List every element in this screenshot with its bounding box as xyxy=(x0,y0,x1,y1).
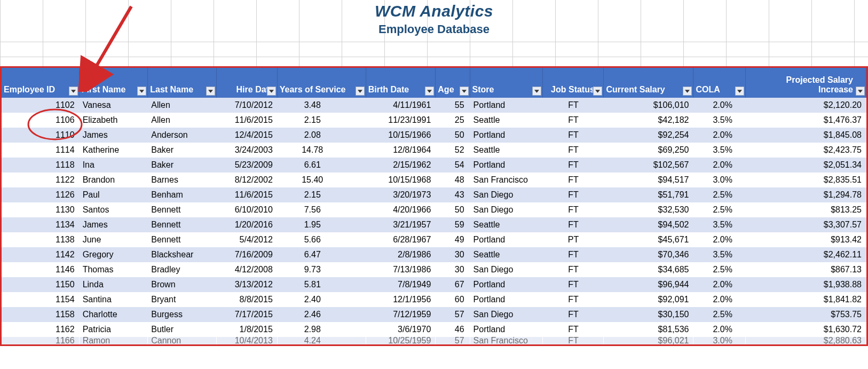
table-row[interactable]: 1138JuneBennett5/4/20125.666/28/196749Po… xyxy=(2,232,866,247)
cell-salary[interactable]: $32,530 xyxy=(604,202,693,217)
cell-inc[interactable]: $1,294.78 xyxy=(745,187,866,202)
cell-status[interactable]: FT xyxy=(543,217,604,232)
col-header-years-of-service[interactable]: Years of Service xyxy=(277,68,366,98)
table-row[interactable]: 1150LindaBrown3/13/20125.817/8/194967Por… xyxy=(2,277,866,292)
filter-dropdown-icon[interactable] xyxy=(206,87,215,96)
cell-last[interactable]: Benham xyxy=(148,187,217,202)
cell-salary[interactable]: $42,182 xyxy=(604,113,693,128)
filter-dropdown-icon[interactable] xyxy=(683,87,692,96)
cell-cola[interactable]: 2.0% xyxy=(693,158,745,172)
cell-salary[interactable]: $81,536 xyxy=(604,322,693,337)
cell-salary[interactable]: $30,150 xyxy=(604,307,693,322)
cell-salary[interactable]: $94,517 xyxy=(604,172,693,187)
filter-dropdown-icon[interactable] xyxy=(856,87,865,96)
cell-id[interactable]: 1166 xyxy=(2,337,79,344)
cell-age[interactable]: 67 xyxy=(436,277,470,292)
cell-inc[interactable]: $867.13 xyxy=(745,262,866,277)
table-row[interactable]: 1126PaulBenham11/6/20152.153/20/197343Sa… xyxy=(2,187,866,202)
cell-hire[interactable]: 7/17/2015 xyxy=(216,307,277,322)
cell-birth[interactable]: 3/20/1973 xyxy=(366,187,436,202)
cell-first[interactable]: James xyxy=(79,217,148,232)
filter-dropdown-icon[interactable] xyxy=(532,87,541,96)
cell-inc[interactable]: $2,462.11 xyxy=(745,247,866,262)
cell-birth[interactable]: 3/6/1970 xyxy=(366,322,436,337)
cell-first[interactable]: Patricia xyxy=(79,322,148,337)
cell-birth[interactable]: 10/25/1959 xyxy=(366,337,436,344)
cell-yos[interactable]: 14.78 xyxy=(277,143,366,158)
cell-hire[interactable]: 3/24/2003 xyxy=(216,143,277,158)
cell-last[interactable]: Bryant xyxy=(148,292,217,307)
cell-birth[interactable]: 2/15/1962 xyxy=(366,158,436,172)
cell-birth[interactable]: 10/15/1968 xyxy=(366,172,436,187)
cell-yos[interactable]: 5.81 xyxy=(277,277,366,292)
col-header-current-salary[interactable]: Current Salary xyxy=(604,68,693,98)
cell-inc[interactable]: $913.42 xyxy=(745,232,866,247)
col-header-first-name[interactable]: First Name xyxy=(79,68,148,98)
table-row[interactable]: 1122BrandonBarnes8/12/200215.4010/15/196… xyxy=(2,172,866,187)
filter-dropdown-icon[interactable] xyxy=(356,87,365,96)
cell-hire[interactable]: 11/6/2015 xyxy=(216,113,277,128)
cell-cola[interactable]: 3.0% xyxy=(693,337,745,344)
col-header-hire-date[interactable]: Hire Date xyxy=(216,68,277,98)
cell-id[interactable]: 1118 xyxy=(2,158,79,172)
col-header-projected-salary-increase[interactable]: Projected SalaryIncrease xyxy=(745,68,866,98)
cell-status[interactable]: FT xyxy=(543,307,604,322)
cell-status[interactable]: PT xyxy=(543,232,604,247)
cell-cola[interactable]: 3.5% xyxy=(693,217,745,232)
cell-id[interactable]: 1162 xyxy=(2,322,79,337)
cell-cola[interactable]: 3.5% xyxy=(693,143,745,158)
cell-hire[interactable]: 12/4/2015 xyxy=(216,128,277,143)
table-row[interactable]: 1110JamesAnderson12/4/20152.0810/15/1966… xyxy=(2,128,866,143)
cell-cola[interactable]: 2.0% xyxy=(693,277,745,292)
cell-cola[interactable]: 2.5% xyxy=(693,187,745,202)
cell-yos[interactable]: 5.66 xyxy=(277,232,366,247)
cell-yos[interactable]: 3.48 xyxy=(277,98,366,113)
cell-first[interactable]: Linda xyxy=(79,277,148,292)
cell-cola[interactable]: 3.5% xyxy=(693,247,745,262)
cell-hire[interactable]: 8/8/2015 xyxy=(216,292,277,307)
cell-last[interactable]: Butler xyxy=(148,322,217,337)
cell-id[interactable]: 1146 xyxy=(2,262,79,277)
cell-first[interactable]: Ramon xyxy=(79,337,148,344)
cell-first[interactable]: June xyxy=(79,232,148,247)
cell-store[interactable]: San Diego xyxy=(470,187,543,202)
cell-cola[interactable]: 3.0% xyxy=(693,172,745,187)
cell-store[interactable]: Portland xyxy=(470,232,543,247)
cell-first[interactable]: Elizabeth xyxy=(79,113,148,128)
cell-status[interactable]: FT xyxy=(543,262,604,277)
cell-age[interactable]: 55 xyxy=(436,98,470,113)
cell-id[interactable]: 1126 xyxy=(2,187,79,202)
cell-salary[interactable]: $92,091 xyxy=(604,292,693,307)
cell-salary[interactable]: $102,567 xyxy=(604,158,693,172)
cell-status[interactable]: FT xyxy=(543,143,604,158)
col-header-store[interactable]: Store xyxy=(470,68,543,98)
cell-salary[interactable]: $69,250 xyxy=(604,143,693,158)
table-row[interactable]: 1106ElizabethAllen11/6/20152.1511/23/199… xyxy=(2,113,866,128)
cell-store[interactable]: San Francisco xyxy=(470,172,543,187)
cell-salary[interactable]: $96,944 xyxy=(604,277,693,292)
cell-id[interactable]: 1142 xyxy=(2,247,79,262)
cell-inc[interactable]: $3,307.57 xyxy=(745,217,866,232)
cell-first[interactable]: Charlotte xyxy=(79,307,148,322)
cell-birth[interactable]: 4/11/1961 xyxy=(366,98,436,113)
cell-age[interactable]: 50 xyxy=(436,202,470,217)
table-row[interactable]: 1118InaBaker5/23/20096.612/15/196254Port… xyxy=(2,158,866,172)
cell-first[interactable]: Katherine xyxy=(79,143,148,158)
cell-status[interactable]: FT xyxy=(543,202,604,217)
cell-store[interactable]: Seattle xyxy=(470,217,543,232)
table-row[interactable]: 1154SantinaBryant8/8/20152.4012/1/195660… xyxy=(2,292,866,307)
cell-age[interactable]: 52 xyxy=(436,143,470,158)
cell-last[interactable]: Allen xyxy=(148,98,217,113)
table-row[interactable]: 1130SantosBennett6/10/20107.564/20/19665… xyxy=(2,202,866,217)
filter-dropdown-icon[interactable] xyxy=(69,87,78,96)
cell-salary[interactable]: $106,010 xyxy=(604,98,693,113)
cell-last[interactable]: Blackshear xyxy=(148,247,217,262)
cell-yos[interactable]: 6.61 xyxy=(277,158,366,172)
cell-age[interactable]: 57 xyxy=(436,307,470,322)
cell-store[interactable]: Portland xyxy=(470,292,543,307)
cell-status[interactable]: FT xyxy=(543,113,604,128)
table-row[interactable]: 1134JamesBennett1/20/20161.953/21/195759… xyxy=(2,217,866,232)
cell-age[interactable]: 50 xyxy=(436,128,470,143)
cell-first[interactable]: Santos xyxy=(79,202,148,217)
cell-store[interactable]: Portland xyxy=(470,322,543,337)
